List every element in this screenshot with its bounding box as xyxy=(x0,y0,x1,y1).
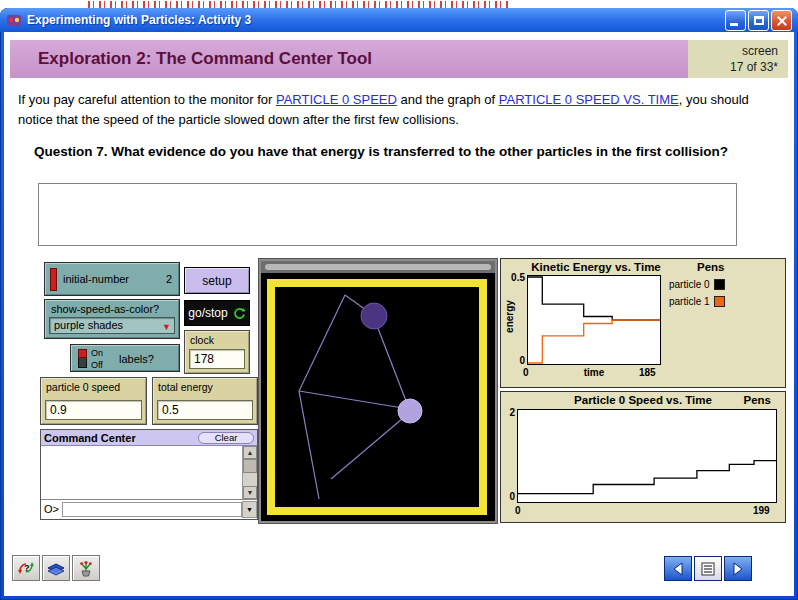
screen-list-button[interactable] xyxy=(694,556,722,581)
legend-particle-1: particle 1 xyxy=(669,296,710,307)
chooser-label: show-speed-as-color? xyxy=(51,303,159,315)
library-button[interactable] xyxy=(42,555,70,581)
go-stop-label: go/stop xyxy=(188,306,227,320)
command-input[interactable] xyxy=(62,502,242,517)
energy-monitor-label: total energy xyxy=(158,381,213,393)
clock-label: clock xyxy=(190,334,214,346)
slider-label: initial-number xyxy=(63,273,129,285)
plot2-area xyxy=(517,409,777,503)
chooser-value: purple shades xyxy=(54,319,123,331)
window-title: Experimenting with Particles: Activity 3 xyxy=(27,13,251,27)
forward-arrow-icon xyxy=(731,562,745,576)
model-button[interactable] xyxy=(72,555,100,581)
particle-0-speed-plot: Particle 0 Speed vs. Time Pens 2 0 0 199 xyxy=(500,391,786,523)
books-icon xyxy=(46,559,66,577)
clock-monitor: clock 178 xyxy=(184,330,250,374)
particle-trails xyxy=(261,273,495,521)
labels-switch[interactable]: On Off labels? xyxy=(70,344,180,372)
world-view-bar[interactable] xyxy=(261,261,495,273)
go-stop-button[interactable]: go/stop xyxy=(184,300,250,326)
plot2-ytick-min: 0 xyxy=(505,491,515,502)
switch-thumb[interactable] xyxy=(78,349,87,358)
initial-number-slider[interactable]: initial-number 2 xyxy=(44,262,180,296)
switch-label: labels? xyxy=(119,353,154,365)
legend-particle-0: particle 0 xyxy=(669,279,710,290)
scrollbar[interactable]: ▲ ▼ xyxy=(242,446,257,499)
show-speed-as-color-chooser[interactable]: show-speed-as-color? purple shades ▼ xyxy=(44,299,180,339)
slider-handle[interactable] xyxy=(50,268,57,291)
plot1-ytick-max: 0.5 xyxy=(503,272,525,283)
kinetic-energy-plot: Kinetic Energy vs. Time Pens energy 0.5 … xyxy=(500,258,786,388)
particle-0-speed-monitor: particle 0 speed 0.9 xyxy=(40,377,147,425)
answer-textarea[interactable] xyxy=(38,183,737,246)
particle-0-swatch xyxy=(714,279,725,290)
chooser-dropdown-icon: ▼ xyxy=(162,320,171,335)
legend-item: particle 1 xyxy=(669,296,725,307)
plot2-pens-label: Pens xyxy=(744,394,772,406)
screen-word: screen xyxy=(688,43,778,59)
particle-0-speed-vs-time-link[interactable]: PARTICLE 0 SPEED VS. TIME xyxy=(499,92,679,107)
next-screen-button[interactable] xyxy=(724,556,752,581)
intro-text-1: If you pay careful attention to the moni… xyxy=(18,92,276,107)
minimize-icon xyxy=(730,23,738,26)
world-canvas xyxy=(261,273,495,521)
command-center-output[interactable]: ▲ ▼ xyxy=(41,446,257,500)
previous-screen-button[interactable] xyxy=(664,556,692,581)
background-window-marks xyxy=(88,1,508,8)
menu-icon xyxy=(701,562,715,576)
plot2-title: Particle 0 Speed vs. Time xyxy=(501,394,785,406)
speed-monitor-value: 0.9 xyxy=(45,400,142,420)
maximize-icon xyxy=(754,16,764,25)
particle-0-speed-link[interactable]: PARTICLE 0 SPEED xyxy=(276,92,397,107)
command-center-header: Command Center Clear xyxy=(41,430,257,446)
plot1-xtick-max: 185 xyxy=(639,367,656,378)
help-button[interactable]: ? xyxy=(12,555,40,581)
plot1-lines xyxy=(528,276,660,364)
page-content: Exploration 2: The Command Center Tool s… xyxy=(4,32,794,596)
help-icon: ? xyxy=(17,559,35,577)
plot2-ytick-max: 2 xyxy=(505,407,515,418)
svg-text:?: ? xyxy=(24,563,30,573)
minimize-button[interactable] xyxy=(725,10,746,31)
world-view xyxy=(258,258,498,524)
plant-icon xyxy=(77,559,95,577)
legend-item: particle 0 xyxy=(669,279,725,290)
back-arrow-icon xyxy=(671,562,685,576)
observer-prompt: O> xyxy=(41,503,62,515)
command-center-title: Command Center xyxy=(44,432,136,444)
plot1-y-axis-label: energy xyxy=(504,282,515,352)
scroll-thumb[interactable] xyxy=(243,459,257,473)
screen-counter: screen 17 of 33* xyxy=(688,40,788,78)
question-text: Question 7. What evidence do you have th… xyxy=(34,142,746,162)
clear-button[interactable]: Clear xyxy=(198,432,254,444)
speed-monitor-label: particle 0 speed xyxy=(46,381,120,393)
clock-value: 178 xyxy=(189,349,245,369)
world-view-bar-handle xyxy=(265,264,491,270)
scroll-down-icon[interactable]: ▼ xyxy=(243,486,257,499)
plot1-pens-label: Pens xyxy=(697,261,725,273)
total-energy-monitor: total energy 0.5 xyxy=(152,377,258,425)
plot1-ytick-min: 0 xyxy=(503,355,525,366)
maximize-button[interactable] xyxy=(748,10,769,31)
intro-paragraph: If you pay careful attention to the moni… xyxy=(18,90,778,129)
scroll-up-icon[interactable]: ▲ xyxy=(243,446,257,459)
particle xyxy=(361,303,387,329)
chooser-value-box[interactable]: purple shades ▼ xyxy=(49,317,175,334)
particle xyxy=(398,399,422,423)
close-button[interactable] xyxy=(771,10,792,31)
slider-value: 2 xyxy=(166,273,172,285)
plot1-area xyxy=(527,275,661,365)
forever-icon xyxy=(233,307,246,320)
particle-1-swatch xyxy=(714,296,725,307)
titlebar[interactable]: Experimenting with Particles: Activity 3 xyxy=(0,8,798,32)
app-icon xyxy=(6,12,22,28)
setup-button[interactable]: setup xyxy=(184,267,250,294)
plot2-xtick-min: 0 xyxy=(515,505,521,516)
history-dropdown-icon[interactable]: ▼ xyxy=(242,501,257,518)
screen-value: 17 of 33* xyxy=(688,59,778,75)
command-input-row: O> ▼ xyxy=(41,500,257,518)
plot2-lines xyxy=(518,410,776,502)
screen: Experimenting with Particles: Activity 3… xyxy=(0,0,798,600)
plot1-title: Kinetic Energy vs. Time xyxy=(501,261,691,273)
plot2-xtick-max: 199 xyxy=(753,505,770,516)
